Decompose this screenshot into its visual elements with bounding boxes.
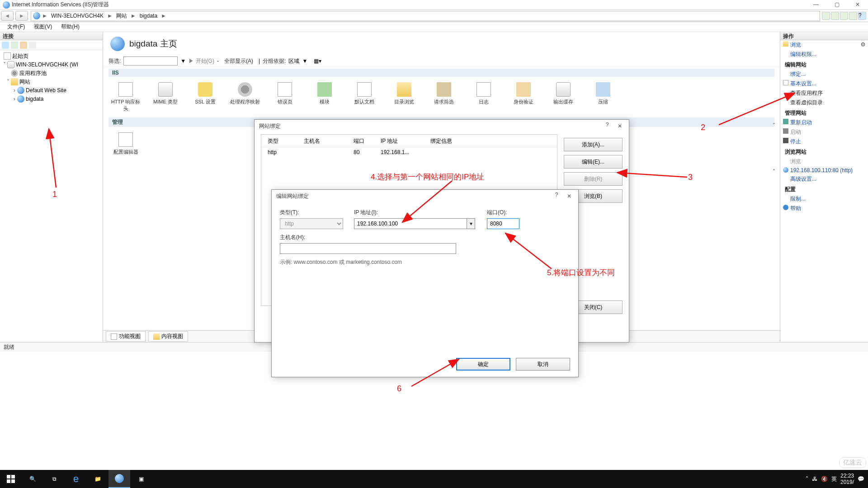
ie-icon[interactable]: e [65,470,87,488]
breadcrumb-sites[interactable]: 网站 [114,12,129,20]
tray-notifications-icon[interactable]: 💬 [858,476,864,482]
ip-dropdown-button[interactable]: ▾ [467,218,475,229]
toolbar-icon[interactable] [840,12,848,20]
feature-dirbrowse[interactable]: 目录浏览 [389,82,420,112]
tray-chevron-icon[interactable]: ˄ [806,476,808,482]
tree-app-pools[interactable]: 应用程序池 [2,69,103,77]
tab-content[interactable]: 内容视图 [148,331,188,342]
tree-default-site[interactable]: ›Default Web Site [2,86,103,94]
action-edit-permissions[interactable]: 编辑权限... [780,50,868,59]
tree-sites[interactable]: ˅网站 [2,78,103,86]
tree-bigdata-site[interactable]: ›bigdata [2,95,103,103]
binding-host-input[interactable] [280,243,456,254]
action-view-apps[interactable]: 查看应用程序 [780,89,868,98]
add-binding-button[interactable]: 添加(A)... [564,138,623,151]
feature-reqfilter[interactable]: 请求筛选 [429,82,459,112]
edit-binding-button[interactable]: 编辑(E)... [564,155,623,169]
show-all-button[interactable]: 全部显示(A) [222,57,256,65]
close-button[interactable]: ✕ [847,0,868,10]
tree-server[interactable]: ˅WIN-3ELOHVGCH4K (WI [2,61,103,69]
section-browse-site: 浏览网站 [780,146,868,157]
dialog-close-button[interactable]: ✕ [563,192,576,201]
breadcrumb-server[interactable]: WIN-3ELOHVGCH4K [49,13,105,19]
breadcrumb[interactable]: ► WIN-3ELOHVGCH4K ► 网站 ► bigdata ► [31,11,820,21]
explorer-icon[interactable]: 📁 [87,470,108,488]
host-hint: 示例: www.contoso.com 或 marketing.contoso.… [280,258,570,266]
action-advanced[interactable]: 高级设置... [780,174,868,184]
binding-port-input[interactable] [487,218,519,229]
feature-handler[interactable]: 处理程序映射 [230,82,260,112]
action-restart[interactable]: 重新启动 [780,118,868,127]
view-mode-button[interactable]: ▦▾ [314,58,321,64]
feature-error[interactable]: 错误页 [269,82,300,112]
dialog-help-button[interactable]: ? [551,192,562,198]
feature-ssl[interactable]: SSL 设置 [190,82,221,112]
tray-clock[interactable]: 22:23 2019/ [840,473,854,485]
action-stop[interactable]: 停止 [780,137,868,146]
col-info: 绑定信息 [430,137,551,145]
feature-outputcache[interactable]: 输出缓存 [548,82,579,112]
binding-ip-input[interactable] [354,218,467,229]
cancel-button[interactable]: 取消 [516,358,570,371]
cmd-icon[interactable]: ▣ [130,470,152,488]
feature-config-editor[interactable]: 配置编辑器 [110,132,141,155]
tray-ime[interactable]: 英 [831,475,837,483]
nav-forward-button[interactable]: ► [15,11,28,21]
binding-row[interactable]: http 80 192.168.1... [261,147,557,157]
connections-pane: 连接 起始页 ˅WIN-3ELOHVGCH4K (WI 应用程序池 ˅网站 ›D… [0,32,103,342]
annotation-6: 6 [397,384,401,394]
toolbar-icon[interactable] [822,12,830,20]
tree-start-page[interactable]: 起始页 [2,52,103,60]
feature-defaultdoc[interactable]: 默认文档 [349,82,380,112]
filter-input[interactable] [123,56,178,66]
feature-logging[interactable]: 日志 [468,82,499,112]
collapse-icon[interactable]: ˄ [773,169,775,175]
save-icon[interactable] [11,42,18,49]
tray-network-icon[interactable]: 🖧 [812,476,817,482]
groupby-value[interactable]: 区域 [288,57,299,65]
action-help[interactable]: 帮助 [780,204,868,213]
maximize-button[interactable]: ▢ [826,0,847,10]
taskview-button[interactable]: ⧉ [43,470,65,488]
dialog-close-button[interactable]: ✕ [613,122,626,131]
stop-icon[interactable] [29,42,36,49]
iis-taskbar-icon[interactable] [108,470,130,488]
action-explore[interactable]: 浏览 [780,40,868,50]
breadcrumb-current[interactable]: bigdata [138,13,159,19]
feature-modules[interactable]: 模块 [309,82,340,112]
action-limits[interactable]: 限制... [780,194,868,204]
connections-header: 连接 [0,32,103,40]
menu-help[interactable]: 帮助(H) [57,23,84,31]
feature-mime[interactable]: MIME 类型 [150,82,181,112]
action-browse-url[interactable]: 192.168.100.110:80 (http) [780,166,868,174]
toolbar-icon[interactable] [849,12,857,20]
minimize-button[interactable]: — [806,0,826,10]
go-button[interactable]: ▶ 开始(G) [189,57,214,65]
refresh-icon[interactable] [20,42,27,49]
toolbar-icon[interactable] [831,12,839,20]
window-titlebar: Internet Information Services (IIS)管理器 —… [0,0,868,10]
tab-features[interactable]: 功能视图 [106,331,146,342]
remove-binding-button[interactable]: 删除(R) [564,172,623,186]
collapse-icon[interactable]: ˄ [773,122,775,129]
ok-button[interactable]: 确定 [456,358,510,371]
tray-volume-icon[interactable]: 🔇 [821,476,828,482]
action-view-vdirs[interactable]: 查看虚拟目录 [780,98,868,108]
group-iis: IIS [108,69,774,77]
menu-file[interactable]: 文件(F) [3,23,29,31]
feature-auth[interactable]: 身份验证 [508,82,539,112]
search-button[interactable]: 🔍 [22,470,43,488]
connect-icon[interactable] [2,42,9,49]
port-label: 端口(O): [487,209,523,216]
dialog-help-button[interactable]: ? [602,122,613,128]
feature-http-headers[interactable]: HTTP 响应标头 [110,82,141,112]
feature-compression[interactable]: 压缩 [588,82,618,112]
action-bindings[interactable]: 绑定... [780,70,868,79]
section-config: 配置 [780,184,868,194]
menu-view[interactable]: 视图(V) [29,23,57,31]
action-basic-settings[interactable]: 基本设置... [780,79,868,89]
help-icon[interactable]: ? [858,12,866,20]
address-bar: ◄ ► ► WIN-3ELOHVGCH4K ► 网站 ► bigdata ► ? [0,10,868,22]
start-button[interactable] [0,470,22,488]
nav-back-button[interactable]: ◄ [1,11,14,21]
